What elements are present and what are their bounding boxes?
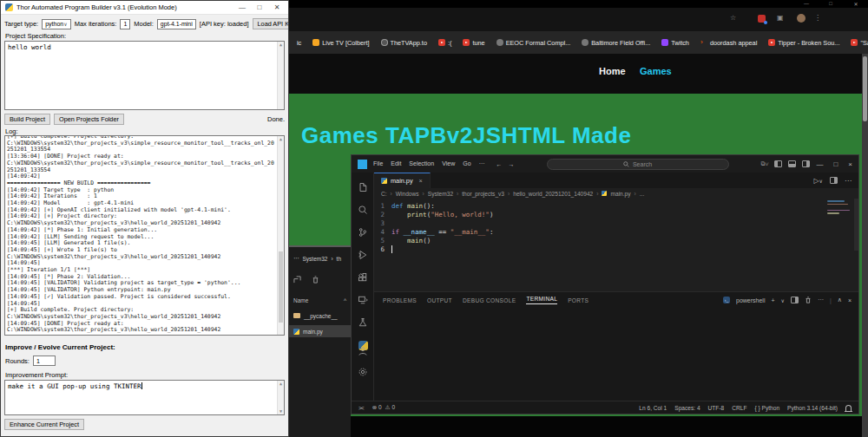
breadcrumb-part[interactable]: hello_world_20251201_140942 <box>513 191 593 197</box>
menu-go[interactable]: Go <box>463 160 470 167</box>
bookmark-item[interactable]: ic <box>294 39 301 47</box>
status-item[interactable]: UTF-8 <box>708 405 725 411</box>
prompt-scrollbar[interactable]: ▲▼ <box>277 381 284 414</box>
close-panel-icon[interactable]: × <box>848 297 852 303</box>
log-box[interactable]: [+] Build complete. Project directory:C:… <box>4 135 285 336</box>
browser-scroll-thumb[interactable] <box>863 56 867 121</box>
search-icon[interactable] <box>352 200 374 219</box>
menu-⋯[interactable]: ⋯ <box>479 160 485 167</box>
model-input[interactable]: gpt-4.1-mini <box>157 19 196 29</box>
tab-close-icon[interactable]: × <box>419 177 423 185</box>
layout-sidebar-icon[interactable] <box>774 160 782 167</box>
share-icon[interactable] <box>293 276 301 284</box>
explorer-breadcrumb[interactable]: ⋯ System32 › th <box>289 252 351 264</box>
status-item[interactable]: Python 3.14 (64-bit) <box>787 405 838 411</box>
warnings-status[interactable]: ⚠ 0 <box>385 404 395 411</box>
thor-close-button[interactable]: ✕ <box>270 3 284 11</box>
status-item[interactable]: Ln 6, Col 1 <box>639 405 667 411</box>
profile-avatar[interactable] <box>797 14 806 23</box>
extensions-puzzle-icon[interactable]: ▣ <box>777 14 784 22</box>
nav-back-icon[interactable]: ← <box>496 161 503 167</box>
bookmark-item[interactable]: :( <box>438 39 451 47</box>
improvement-prompt-textarea[interactable]: make it a GUI pop-up using TKINTER ▲▼ <box>4 380 285 415</box>
editor-scrollbar[interactable] <box>854 199 858 251</box>
run-python-file-button[interactable]: ▷∨ <box>813 177 823 185</box>
errors-status[interactable]: ⊗ 0 <box>372 404 382 411</box>
panel-tab-terminal[interactable]: TERMINAL <box>526 296 557 304</box>
panel-more-icon[interactable]: ⋯ <box>818 297 824 303</box>
bookmark-star-icon[interactable]: ☆ <box>730 14 736 22</box>
extensions-icon[interactable] <box>352 268 374 287</box>
menu-edit[interactable]: Edit <box>391 160 401 167</box>
browser-scrollbar[interactable] <box>862 54 868 437</box>
breadcrumb-part[interactable]: Windows <box>396 191 419 197</box>
status-item[interactable]: Spaces: 4 <box>674 405 700 411</box>
new-terminal-icon[interactable]: + <box>771 297 774 303</box>
bookmark-item[interactable]: tune <box>463 39 484 47</box>
account-icon[interactable] <box>352 342 374 361</box>
layout-panel-icon[interactable] <box>788 160 796 167</box>
scroll-up-arrow[interactable]: ▲ <box>278 42 284 48</box>
explorer-icon[interactable] <box>352 178 374 197</box>
panel-tab-output[interactable]: OUTPUT <box>427 297 452 303</box>
nav-forward-icon[interactable]: → <box>509 161 515 167</box>
browser-maximize-button[interactable]: □ <box>824 1 838 6</box>
vscode-close-button[interactable]: × <box>848 160 852 168</box>
remote-explorer-icon[interactable] <box>352 290 374 310</box>
breadcrumb-part[interactable]: C: <box>381 191 387 197</box>
open-projects-folder-button[interactable]: Open Projects Folder <box>54 114 124 125</box>
bookmark-item[interactable]: Tipper - Broken Sou... <box>768 39 839 47</box>
panel-tab-debug-console[interactable]: DEBUG CONSOLE <box>463 297 516 303</box>
extension-icon[interactable] <box>758 15 766 23</box>
bookmark-item[interactable]: ›doordash appeal <box>700 39 757 47</box>
thor-maximize-button[interactable]: □ <box>253 3 266 11</box>
scroll-down-arrow[interactable]: ▼ <box>278 408 284 414</box>
testing-icon[interactable] <box>352 313 374 332</box>
explorer-name-header[interactable]: Name ^ <box>289 294 351 306</box>
breadcrumb-ellipsis[interactable]: ⋯ <box>293 255 299 262</box>
browser-menu-icon[interactable]: ⋮ <box>814 14 821 22</box>
menu-selection[interactable]: Selection <box>409 160 434 167</box>
copilot-icon[interactable]: ⧉∨ <box>761 160 769 167</box>
bookmark-item[interactable]: Live TV [Colbert] <box>312 39 369 47</box>
load-api-key-button[interactable]: Load API K <box>253 18 289 29</box>
tab-mainpy[interactable]: main.py × <box>374 173 431 188</box>
explorer-item-mainpy[interactable]: main.py <box>289 325 351 337</box>
shell-label[interactable]: powershell <box>736 297 765 303</box>
build-project-button[interactable]: Build Project <box>4 114 50 125</box>
bookmark-item[interactable]: Baltimore Field Offi... <box>582 39 650 47</box>
split-terminal-icon[interactable] <box>791 297 799 303</box>
settings-gear-icon[interactable] <box>352 362 374 382</box>
enhance-current-project-button[interactable]: Enhance Current Project <box>4 419 84 430</box>
layout-secondary-icon[interactable] <box>802 160 810 167</box>
breadcrumb-system32[interactable]: System32 <box>303 256 328 262</box>
nav-link-home[interactable]: Home <box>599 66 626 76</box>
status-item[interactable]: CRLF <box>732 405 746 411</box>
vscode-search-box[interactable]: Search <box>547 159 729 170</box>
remote-indicator[interactable]: >< <box>358 405 364 411</box>
breadcrumb-part[interactable]: ... <box>640 191 645 197</box>
bookmark-item[interactable]: Twitch <box>661 39 689 47</box>
source-control-icon[interactable] <box>352 223 374 242</box>
vscode-minimize-button[interactable]: — <box>816 160 823 168</box>
explorer-item-pycache[interactable]: __pycache__ <box>289 310 351 322</box>
breadcrumb-part[interactable]: thor_projects_v3 <box>462 191 504 197</box>
vscode-maximize-button[interactable]: □ <box>833 160 838 168</box>
code-editor[interactable]: 1def main():2 print("Hello, world!")34if… <box>374 199 858 291</box>
menu-view[interactable]: View <box>442 160 455 167</box>
target-type-dropdown[interactable]: python∨ <box>42 19 70 29</box>
delete-icon[interactable] <box>312 276 319 284</box>
bookmark-item[interactable]: EEOC Formal Compl... <box>496 39 571 47</box>
maximize-panel-icon[interactable]: ∧ <box>838 297 842 303</box>
breadcrumb-part[interactable]: main.py <box>610 191 630 197</box>
breadcrumb-part[interactable]: System32 <box>428 191 453 197</box>
bookmark-item[interactable]: "Saenger With Sing... <box>851 39 868 47</box>
scroll-up-arrow[interactable]: ▲ <box>278 381 284 387</box>
nav-link-games[interactable]: Games <box>640 66 672 76</box>
log-scroll-thumb[interactable] <box>279 251 283 323</box>
log-scrollbar[interactable]: ▲ <box>277 136 284 335</box>
browser-close-button[interactable]: ✕ <box>849 1 863 7</box>
rounds-input[interactable]: 1 <box>33 355 56 366</box>
terminal-dropdown-icon[interactable]: ∨ <box>781 297 785 303</box>
bookmark-item[interactable]: TheTVApp.to <box>381 39 427 47</box>
